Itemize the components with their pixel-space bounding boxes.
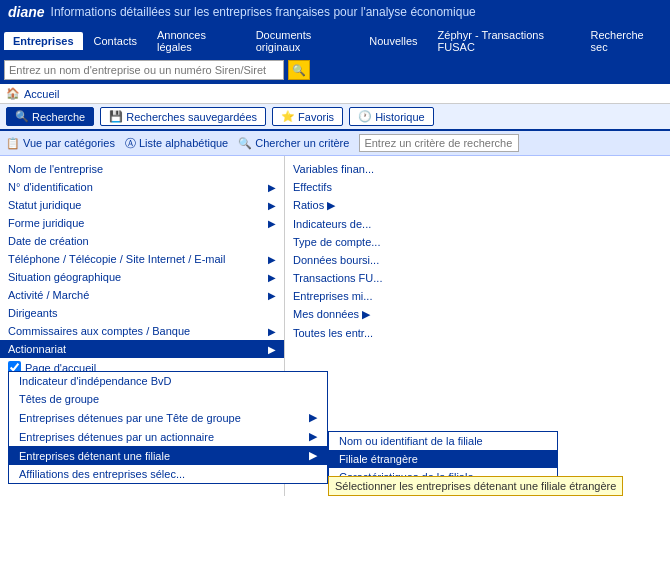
search-input[interactable]	[4, 60, 284, 80]
sub2-filiale-etrangere[interactable]: Filiale étrangère	[329, 450, 557, 468]
menu-commissaires[interactable]: Commissaires aux comptes / Banque ▶	[0, 322, 284, 340]
toolbar: 🔍 Recherche 💾 Recherches sauvegardées ⭐ …	[0, 104, 670, 131]
arrow-icon: ▶	[268, 200, 276, 211]
breadcrumb: 🏠 Accueil	[0, 84, 670, 104]
arrow-icon: ▶	[268, 218, 276, 229]
sub2-nom-identifiant[interactable]: Nom ou identifiant de la filiale	[329, 432, 557, 450]
toolbar-sauvegardees[interactable]: 💾 Recherches sauvegardées	[100, 107, 266, 126]
menu-actionnariat[interactable]: Actionnariat ▶	[0, 340, 284, 358]
right-variables[interactable]: Variables finan...	[285, 160, 670, 178]
right-mes-donnees[interactable]: Mes données ▶	[285, 305, 670, 324]
menu-telephone[interactable]: Téléphone / Télécopie / Site Internet / …	[0, 250, 284, 268]
save-icon: 💾	[109, 110, 123, 123]
menu-dirigeants[interactable]: Dirigeants	[0, 304, 284, 322]
arrow-icon: ▶	[268, 182, 276, 193]
star-icon: ⭐	[281, 110, 295, 123]
right-entreprises-mi[interactable]: Entreprises mi...	[285, 287, 670, 305]
navbar: EntreprisesContactsAnnonces légalesDocum…	[0, 24, 670, 58]
tooltip: Sélectionner les entreprises détenant un…	[328, 476, 623, 496]
sub-indicateur[interactable]: Indicateur d'indépendance BvD	[9, 372, 327, 390]
nav-tab-documents[interactable]: Documents originaux	[247, 26, 359, 56]
arrow-icon: ▶	[309, 430, 317, 443]
menu-identification[interactable]: N° d'identification ▶	[0, 178, 284, 196]
menu-situation[interactable]: Situation géographique ▶	[0, 268, 284, 286]
arrow-icon: ▶	[309, 449, 317, 462]
right-donnees-boursier[interactable]: Données boursi...	[285, 251, 670, 269]
view-critere[interactable]: 🔍 Chercher un critère	[238, 137, 349, 150]
arrow-icon: ▶	[268, 344, 276, 355]
menu-nom[interactable]: Nom de l'entreprise	[0, 160, 284, 178]
menu-activite[interactable]: Activité / Marché ▶	[0, 286, 284, 304]
submenu-actionnariat: Indicateur d'indépendance BvD Têtes de g…	[8, 371, 328, 484]
arrow-icon: ▶	[268, 290, 276, 301]
right-transactions[interactable]: Transactions FU...	[285, 269, 670, 287]
arrow-icon: ▶	[268, 326, 276, 337]
home-icon: 🏠	[6, 87, 20, 100]
sub-detenant-filiale[interactable]: Entreprises détenant une filiale ▶	[9, 446, 327, 465]
menu-date-creation[interactable]: Date de création	[0, 232, 284, 250]
right-toutes[interactable]: Toutes les entr...	[285, 324, 670, 342]
criteria-search-input[interactable]	[359, 134, 519, 152]
nav-tab-zephyr[interactable]: Zéphyr - Transactions FUSAC	[429, 26, 580, 56]
right-indicateurs[interactable]: Indicateurs de...	[285, 215, 670, 233]
right-effectifs[interactable]: Effectifs	[285, 178, 670, 196]
arrow-icon: ▶	[268, 254, 276, 265]
menu-forme[interactable]: Forme juridique ▶	[0, 214, 284, 232]
alpha-icon: Ⓐ	[125, 136, 136, 151]
right-type-compte[interactable]: Type de compte...	[285, 233, 670, 251]
searchbar: 🔍	[0, 58, 670, 84]
view-alphabetique[interactable]: Ⓐ Liste alphabétique	[125, 136, 228, 151]
criteria-icon: 🔍	[238, 137, 252, 150]
search-button[interactable]: 🔍	[288, 60, 310, 80]
toolbar-favoris[interactable]: ⭐ Favoris	[272, 107, 343, 126]
list-icon: 📋	[6, 137, 20, 150]
sub-affiliations[interactable]: Affiliations des entreprises sélec...	[9, 465, 327, 483]
view-categories[interactable]: 📋 Vue par catégories	[6, 137, 115, 150]
toolbar-historique[interactable]: 🕐 Historique	[349, 107, 434, 126]
breadcrumb-label[interactable]: Accueil	[24, 88, 59, 100]
header: diane Informations détaillées sur les en…	[0, 0, 670, 24]
toolbar-recherche[interactable]: 🔍 Recherche	[6, 107, 94, 126]
nav-tab-recherche[interactable]: Recherche sec	[582, 26, 666, 56]
menu-statut[interactable]: Statut juridique ▶	[0, 196, 284, 214]
logo: diane	[8, 4, 45, 20]
search-icon: 🔍	[15, 110, 29, 123]
right-ratios[interactable]: Ratios ▶	[285, 196, 670, 215]
main-content: Nom de l'entreprise N° d'identification …	[0, 156, 670, 496]
arrow-icon: ▶	[309, 411, 317, 424]
clock-icon: 🕐	[358, 110, 372, 123]
nav-tab-annonces[interactable]: Annonces légales	[148, 26, 245, 56]
nav-tab-nouvelles[interactable]: Nouvelles	[360, 32, 426, 50]
nav-tab-entreprises[interactable]: Entreprises	[4, 32, 83, 50]
app-title: Informations détaillées sur les entrepri…	[51, 5, 476, 19]
sub-detenues-actionnaire[interactable]: Entreprises détenues par un actionnaire …	[9, 427, 327, 446]
arrow-icon: ▶	[268, 272, 276, 283]
sub-detenues-tete[interactable]: Entreprises détenues par une Tête de gro…	[9, 408, 327, 427]
nav-tab-contacts[interactable]: Contacts	[85, 32, 146, 50]
viewbar: 📋 Vue par catégories Ⓐ Liste alphabétiqu…	[0, 131, 670, 156]
sub-tetes[interactable]: Têtes de groupe	[9, 390, 327, 408]
